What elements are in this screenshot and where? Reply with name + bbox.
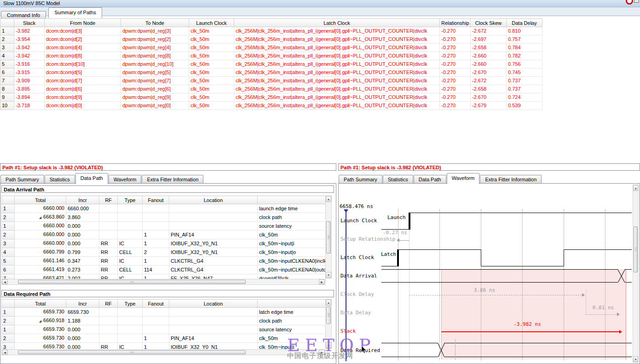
- col-row-number[interactable]: [0, 19, 14, 27]
- tab-summary-of-paths[interactable]: Summary of Paths: [48, 7, 102, 18]
- col-row-number[interactable]: [2, 300, 15, 308]
- scrollbar-thumb[interactable]: [18, 350, 246, 354]
- col-slack[interactable]: Slack: [14, 19, 45, 27]
- type-value: [118, 231, 143, 239]
- summary-path-row[interactable]: 7 -3.909 dcom:dcom|d[7] dpwm:dpwm|d_reg[…: [0, 77, 542, 85]
- col-rf[interactable]: RF: [99, 196, 118, 204]
- summary-path-row[interactable]: 10 -3.718 dcom:dcom|d[0] dpwm:dpwm|d_reg…: [0, 102, 542, 110]
- relationship: -0.270: [440, 93, 471, 102]
- summary-path-row[interactable]: 4 -3.942 dcom:dcom|d[8] dpwm:dpwm|d_reg[…: [0, 52, 542, 60]
- launch-clock: clk_50m: [189, 69, 234, 77]
- tab-path-summary[interactable]: Path Summary: [0, 175, 44, 184]
- col-incr[interactable]: Incr: [66, 300, 99, 308]
- path-violation-title: Path #1: Setup slack is -3.982 (VIOLATED…: [0, 163, 336, 171]
- required-vertical-scrollbar[interactable]: ▲ ▼: [325, 299, 332, 349]
- scroll-down-icon[interactable]: ▼: [633, 356, 638, 362]
- waveform-vertical-scrollbar[interactable]: ▲ ▼: [633, 185, 639, 363]
- col-type[interactable]: Type: [118, 300, 143, 308]
- arrival-path-row[interactable]: 3 6660.000 0.000 RR IC 1 IOIBUF_X32_Y0_N…: [2, 239, 326, 248]
- row-number: 7: [0, 77, 14, 85]
- arrival-path-row[interactable]: 2 ◢6663.860 3.860 clock path: [2, 213, 326, 222]
- arrow-left-icon: [397, 238, 399, 242]
- col-element[interactable]: [258, 196, 326, 204]
- total-value: ◢6660.918: [15, 317, 66, 325]
- summary-path-row[interactable]: 6 -3.915 dcom:dcom|d[5] dpwm:dpwm|d_reg[…: [0, 69, 542, 77]
- tab-extra-fitter-info[interactable]: Extra Fitter Information: [480, 175, 542, 184]
- summary-path-row[interactable]: 3 -3.942 dcom:dcom|d[4] dpwm:dpwm|d_reg[…: [0, 44, 542, 52]
- summary-path-row[interactable]: 2 -3.954 dcom:dcom|d[2] dpwm:dpwm|d_reg[…: [0, 35, 542, 44]
- scrollbar-thumb[interactable]: [326, 306, 331, 324]
- total-value: ◢6663.860: [15, 213, 66, 222]
- col-launch-clock[interactable]: Launch Clock: [189, 19, 234, 27]
- tab-command-info[interactable]: Command Info: [1, 11, 46, 19]
- col-type[interactable]: Type: [118, 196, 143, 204]
- summary-path-row[interactable]: 9 -3.894 dcom:dcom|d[9] dpwm:dpwm|d_reg[…: [0, 93, 542, 102]
- arrival-vertical-scrollbar[interactable]: ▲ ▼: [325, 196, 332, 278]
- scrollbar-thumb[interactable]: [634, 226, 638, 272]
- arrival-path-row[interactable]: 1 6660.000 0.000 source latency: [2, 222, 326, 231]
- required-path-row[interactable]: 1 6659.730 6659.730 latch edge time: [2, 308, 326, 317]
- row-number: 6: [2, 266, 15, 274]
- col-latch-clock[interactable]: Latch Clock: [234, 19, 440, 27]
- tab-waveform[interactable]: Waveform: [109, 175, 142, 184]
- scroll-right-icon[interactable]: ▶: [319, 350, 325, 355]
- required-path-row[interactable]: 1 6659.730 0.000 source latency: [2, 325, 326, 334]
- col-data-delay[interactable]: Data Delay: [507, 19, 542, 27]
- expand-triangle-icon[interactable]: ◢: [39, 319, 41, 323]
- cursor-line[interactable]: [346, 209, 346, 361]
- tab-path-summary[interactable]: Path Summary: [339, 175, 382, 184]
- location-value: CLKCTRL_G4: [169, 257, 258, 266]
- scroll-left-icon[interactable]: ◀: [2, 279, 8, 284]
- required-path-row[interactable]: 2 ◢6660.918 1.188 clock path: [2, 317, 326, 325]
- summary-path-row[interactable]: 8 -3.895 dcom:dcom|d[6] dpwm:dpwm|d_reg[…: [0, 85, 542, 93]
- row-label-data-required: Data Required: [340, 347, 380, 353]
- tab-statistics[interactable]: Statistics: [45, 175, 75, 184]
- required-path-row[interactable]: 2 6659.730 0.000 1 PIN_AF14 clk_50m: [2, 334, 326, 343]
- expand-triangle-icon[interactable]: ◢: [39, 216, 41, 219]
- col-row-number[interactable]: [2, 196, 15, 204]
- arrival-path-row[interactable]: 5 6661.146 0.347 RR IC 1 CLKCTRL_G4 clk_…: [2, 257, 326, 266]
- col-rf[interactable]: RF: [99, 300, 118, 308]
- col-location[interactable]: Location: [169, 196, 258, 204]
- col-clock-skew[interactable]: Clock Skew: [471, 19, 507, 27]
- arrival-path-row[interactable]: 1 6660.000 6660.000 launch edge time: [2, 204, 326, 213]
- arrival-path-row[interactable]: 6 6661.419 0.273 RR CELL 114 CLKCTRL_G4 …: [2, 266, 326, 274]
- record-icon[interactable]: [626, 0, 633, 5]
- col-to-node[interactable]: To Node: [121, 19, 189, 27]
- summary-path-row[interactable]: 5 -3.916 dcom:dcom|d[10] dpwm:dpwm|d_reg…: [0, 60, 542, 69]
- scrollbar-thumb[interactable]: [326, 221, 331, 254]
- arrival-path-row[interactable]: 4 6660.799 0.799 RR CELL 2 IOIBUF_X32_Y0…: [2, 248, 326, 257]
- slack-value: -3.915: [14, 69, 45, 77]
- required-horizontal-scrollbar[interactable]: ◀ ▶: [1, 349, 325, 355]
- undock-icon[interactable]: [634, 0, 639, 3]
- col-relationship[interactable]: Relationship: [440, 19, 471, 27]
- to-node: dpwm:dpwm|d_reg[8]: [121, 52, 189, 60]
- scroll-up-icon[interactable]: ▲: [326, 300, 331, 306]
- col-location[interactable]: Location: [169, 300, 258, 308]
- tab-data-path[interactable]: Data Path: [75, 173, 108, 184]
- col-fanout[interactable]: Fanout: [143, 196, 169, 204]
- scroll-up-icon[interactable]: ▲: [633, 185, 638, 191]
- scroll-down-icon[interactable]: ▼: [326, 342, 331, 348]
- scroll-left-icon[interactable]: ◀: [2, 350, 8, 355]
- tab-data-path[interactable]: Data Path: [414, 175, 446, 184]
- col-total[interactable]: Total: [15, 300, 66, 308]
- scroll-up-icon[interactable]: ▲: [326, 196, 331, 202]
- col-from-node[interactable]: From Node: [45, 19, 121, 27]
- arrival-path-row[interactable]: 2 6660.000 0.000 1 PIN_AF14 clk_50m: [2, 231, 326, 239]
- scrollbar-thumb[interactable]: [18, 280, 246, 284]
- arrival-horizontal-scrollbar[interactable]: ◀ ▶: [1, 279, 325, 285]
- scroll-down-icon[interactable]: ▼: [326, 272, 331, 278]
- from-node: dcom:dcom|d[10]: [45, 60, 121, 69]
- col-total[interactable]: Total: [15, 196, 66, 204]
- tab-waveform[interactable]: Waveform: [447, 173, 480, 184]
- col-fanout[interactable]: Fanout: [143, 300, 169, 308]
- tab-extra-fitter-info[interactable]: Extra Fitter Information: [142, 175, 203, 184]
- scroll-right-icon[interactable]: ▶: [319, 279, 325, 284]
- summary-path-row[interactable]: 1 -3.982 dcom:dcom|d[3] dpwm:dpwm|d_reg[…: [0, 27, 542, 35]
- tab-statistics[interactable]: Statistics: [383, 175, 413, 184]
- col-element[interactable]: [258, 300, 326, 308]
- col-incr[interactable]: Incr: [66, 196, 99, 204]
- slack-value: -3.916: [14, 60, 45, 69]
- incr-value: 0.000: [66, 222, 99, 231]
